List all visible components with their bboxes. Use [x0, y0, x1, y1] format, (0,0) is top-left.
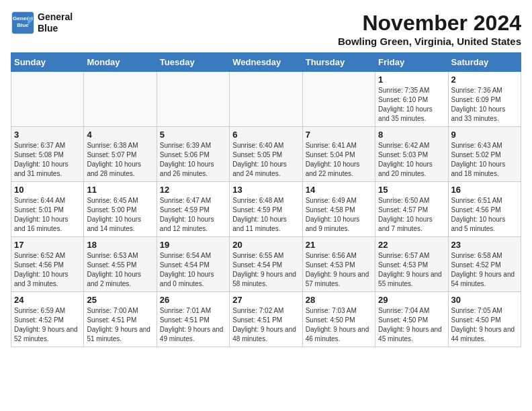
- day-number: 14: [306, 185, 372, 195]
- day-cell: [157, 72, 229, 127]
- day-cell: [84, 72, 157, 127]
- day-cell: 14Sunrise: 6:49 AM Sunset: 4:58 PM Dayli…: [302, 182, 375, 237]
- day-number: 29: [378, 295, 445, 305]
- day-number: 18: [87, 240, 153, 250]
- day-number: 28: [306, 295, 372, 305]
- logo-icon: General Blue: [11, 11, 35, 35]
- day-info: Sunrise: 6:41 AM Sunset: 5:04 PM Dayligh…: [306, 141, 372, 179]
- day-cell: 5Sunrise: 6:39 AM Sunset: 5:06 PM Daylig…: [157, 127, 229, 182]
- week-row-3: 10Sunrise: 6:44 AM Sunset: 5:01 PM Dayli…: [11, 182, 521, 237]
- day-cell: 24Sunrise: 6:59 AM Sunset: 4:52 PM Dayli…: [11, 292, 84, 347]
- weekday-thursday: Thursday: [302, 53, 375, 72]
- day-cell: [11, 72, 84, 127]
- day-number: 15: [378, 185, 445, 195]
- weekday-tuesday: Tuesday: [157, 53, 229, 72]
- title-area: November 2024 Bowling Green, Virginia, U…: [338, 11, 521, 47]
- day-cell: 25Sunrise: 7:00 AM Sunset: 4:51 PM Dayli…: [84, 292, 157, 347]
- day-number: 22: [378, 240, 445, 250]
- day-info: Sunrise: 7:35 AM Sunset: 6:10 PM Dayligh…: [378, 86, 445, 124]
- day-info: Sunrise: 7:36 AM Sunset: 6:09 PM Dayligh…: [451, 86, 518, 124]
- calendar-header: SundayMondayTuesdayWednesdayThursdayFrid…: [11, 53, 521, 72]
- day-number: 25: [87, 295, 153, 305]
- day-info: Sunrise: 6:40 AM Sunset: 5:05 PM Dayligh…: [232, 141, 299, 179]
- week-row-1: 1Sunrise: 7:35 AM Sunset: 6:10 PM Daylig…: [11, 72, 521, 127]
- day-cell: 6Sunrise: 6:40 AM Sunset: 5:05 PM Daylig…: [230, 127, 302, 182]
- day-info: Sunrise: 7:03 AM Sunset: 4:50 PM Dayligh…: [306, 306, 372, 344]
- day-number: 17: [14, 240, 81, 250]
- week-row-4: 17Sunrise: 6:52 AM Sunset: 4:56 PM Dayli…: [11, 237, 521, 292]
- day-cell: 22Sunrise: 6:57 AM Sunset: 4:53 PM Dayli…: [375, 237, 448, 292]
- day-info: Sunrise: 7:01 AM Sunset: 4:51 PM Dayligh…: [160, 306, 226, 344]
- day-cell: 21Sunrise: 6:56 AM Sunset: 4:53 PM Dayli…: [302, 237, 375, 292]
- day-info: Sunrise: 6:37 AM Sunset: 5:08 PM Dayligh…: [14, 141, 81, 179]
- day-info: Sunrise: 6:51 AM Sunset: 4:56 PM Dayligh…: [451, 196, 518, 234]
- day-number: 3: [14, 130, 81, 140]
- location-subtitle: Bowling Green, Virginia, United States: [338, 36, 521, 47]
- day-info: Sunrise: 6:38 AM Sunset: 5:07 PM Dayligh…: [87, 141, 153, 179]
- day-cell: 17Sunrise: 6:52 AM Sunset: 4:56 PM Dayli…: [11, 237, 84, 292]
- weekday-monday: Monday: [84, 53, 157, 72]
- day-info: Sunrise: 7:04 AM Sunset: 4:50 PM Dayligh…: [378, 306, 445, 344]
- day-number: 16: [451, 185, 518, 195]
- week-row-2: 3Sunrise: 6:37 AM Sunset: 5:08 PM Daylig…: [11, 127, 521, 182]
- day-cell: 20Sunrise: 6:55 AM Sunset: 4:54 PM Dayli…: [230, 237, 302, 292]
- day-info: Sunrise: 6:42 AM Sunset: 5:03 PM Dayligh…: [378, 141, 445, 179]
- day-cell: 19Sunrise: 6:54 AM Sunset: 4:54 PM Dayli…: [157, 237, 229, 292]
- logo-line1: General: [38, 11, 73, 23]
- day-cell: 18Sunrise: 6:53 AM Sunset: 4:55 PM Dayli…: [84, 237, 157, 292]
- day-cell: 28Sunrise: 7:03 AM Sunset: 4:50 PM Dayli…: [302, 292, 375, 347]
- day-cell: 2Sunrise: 7:36 AM Sunset: 6:09 PM Daylig…: [448, 72, 521, 127]
- day-cell: 1Sunrise: 7:35 AM Sunset: 6:10 PM Daylig…: [375, 72, 448, 127]
- day-number: 26: [160, 295, 226, 305]
- day-cell: 23Sunrise: 6:58 AM Sunset: 4:52 PM Dayli…: [448, 237, 521, 292]
- svg-text:Blue: Blue: [17, 22, 29, 28]
- day-number: 2: [451, 75, 518, 85]
- day-cell: 4Sunrise: 6:38 AM Sunset: 5:07 PM Daylig…: [84, 127, 157, 182]
- day-info: Sunrise: 6:57 AM Sunset: 4:53 PM Dayligh…: [378, 251, 445, 289]
- day-number: 27: [232, 295, 299, 305]
- week-row-5: 24Sunrise: 6:59 AM Sunset: 4:52 PM Dayli…: [11, 292, 521, 347]
- day-number: 21: [306, 240, 372, 250]
- day-cell: 27Sunrise: 7:02 AM Sunset: 4:51 PM Dayli…: [230, 292, 302, 347]
- day-info: Sunrise: 6:48 AM Sunset: 4:59 PM Dayligh…: [232, 196, 299, 234]
- logo: General Blue General Blue: [11, 11, 73, 35]
- day-info: Sunrise: 6:44 AM Sunset: 5:01 PM Dayligh…: [14, 196, 81, 234]
- day-info: Sunrise: 6:56 AM Sunset: 4:53 PM Dayligh…: [306, 251, 372, 289]
- day-number: 24: [14, 295, 81, 305]
- weekday-header-row: SundayMondayTuesdayWednesdayThursdayFrid…: [11, 53, 521, 72]
- day-info: Sunrise: 6:58 AM Sunset: 4:52 PM Dayligh…: [451, 251, 518, 289]
- day-cell: [302, 72, 375, 127]
- header: General Blue General Blue November 2024 …: [11, 11, 521, 47]
- weekday-sunday: Sunday: [11, 53, 84, 72]
- day-info: Sunrise: 6:39 AM Sunset: 5:06 PM Dayligh…: [160, 141, 226, 179]
- day-cell: 7Sunrise: 6:41 AM Sunset: 5:04 PM Daylig…: [302, 127, 375, 182]
- day-cell: 30Sunrise: 7:05 AM Sunset: 4:50 PM Dayli…: [448, 292, 521, 347]
- day-number: 23: [451, 240, 518, 250]
- day-info: Sunrise: 6:54 AM Sunset: 4:54 PM Dayligh…: [160, 251, 226, 289]
- day-cell: 26Sunrise: 7:01 AM Sunset: 4:51 PM Dayli…: [157, 292, 229, 347]
- day-info: Sunrise: 7:00 AM Sunset: 4:51 PM Dayligh…: [87, 306, 153, 344]
- logo-line2: Blue: [38, 23, 73, 34]
- day-cell: 8Sunrise: 6:42 AM Sunset: 5:03 PM Daylig…: [375, 127, 448, 182]
- day-cell: 15Sunrise: 6:50 AM Sunset: 4:57 PM Dayli…: [375, 182, 448, 237]
- day-number: 30: [451, 295, 518, 305]
- day-info: Sunrise: 6:50 AM Sunset: 4:57 PM Dayligh…: [378, 196, 445, 234]
- day-number: 11: [87, 185, 153, 195]
- calendar-table: SundayMondayTuesdayWednesdayThursdayFrid…: [11, 52, 521, 347]
- calendar-body: 1Sunrise: 7:35 AM Sunset: 6:10 PM Daylig…: [11, 72, 521, 347]
- day-number: 20: [232, 240, 299, 250]
- day-cell: 3Sunrise: 6:37 AM Sunset: 5:08 PM Daylig…: [11, 127, 84, 182]
- day-info: Sunrise: 6:45 AM Sunset: 5:00 PM Dayligh…: [87, 196, 153, 234]
- day-number: 19: [160, 240, 226, 250]
- day-info: Sunrise: 7:05 AM Sunset: 4:50 PM Dayligh…: [451, 306, 518, 344]
- day-cell: 12Sunrise: 6:47 AM Sunset: 4:59 PM Dayli…: [157, 182, 229, 237]
- day-info: Sunrise: 6:52 AM Sunset: 4:56 PM Dayligh…: [14, 251, 81, 289]
- day-number: 10: [14, 185, 81, 195]
- day-info: Sunrise: 7:02 AM Sunset: 4:51 PM Dayligh…: [232, 306, 299, 344]
- month-title: November 2024: [338, 11, 521, 36]
- day-cell: [230, 72, 302, 127]
- day-number: 1: [378, 75, 445, 85]
- day-info: Sunrise: 6:47 AM Sunset: 4:59 PM Dayligh…: [160, 196, 226, 234]
- day-number: 13: [232, 185, 299, 195]
- day-number: 9: [451, 130, 518, 140]
